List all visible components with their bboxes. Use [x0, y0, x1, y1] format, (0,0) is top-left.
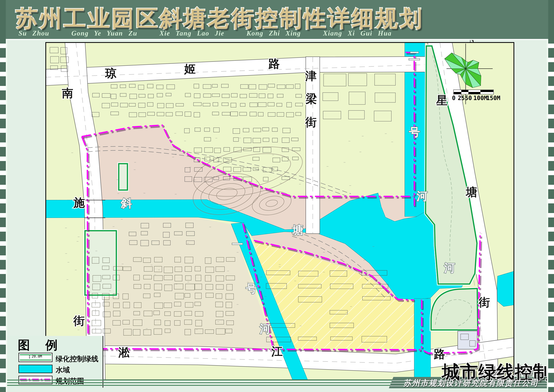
border-gap-left [6, 40, 7, 392]
filmstrip-gap [548, 185, 554, 189]
company-name: 苏州市规划设计研究院有限责任公司 [395, 378, 547, 388]
plan-title-pinyin: Su Zhou Gong Ye Yuan Zu Xie Tang Lao Jie… [19, 29, 392, 37]
filmstrip-gap [548, 86, 554, 91]
filmstrip-gap [0, 227, 6, 232]
svg-text:河: 河 [444, 262, 455, 274]
filmstrip-gap [0, 383, 6, 387]
filmstrip-gap [0, 114, 6, 119]
svg-text:河: 河 [259, 322, 271, 335]
svg-text:梁: 梁 [306, 92, 317, 105]
svg-text:淞: 淞 [118, 346, 130, 359]
svg-text:街: 街 [305, 116, 317, 128]
filmstrip-gap [0, 171, 6, 175]
svg-text:江: 江 [271, 345, 283, 358]
filmstrip-gap [0, 270, 6, 274]
filmstrip-gap [0, 142, 6, 147]
svg-text:街: 街 [73, 314, 85, 327]
filmstrip-gap [548, 171, 554, 175]
filmstrip-gap [0, 86, 6, 91]
legend-swatch-green-line: ↕ 20.0M [19, 353, 53, 362]
page: { "header": { "title": "苏州工业园区斜塘老街控制性详细规… [0, 0, 554, 392]
filmstrip-gap [0, 368, 6, 373]
svg-text:二: 二 [409, 50, 420, 62]
svg-text:号: 号 [246, 282, 257, 295]
filmstrip-gap [0, 326, 6, 330]
legend-panel: 图 例 ↕ 20.0M 绿化控制绿线 水域 规划范围 [7, 336, 103, 388]
map-canvas: N02550100M150M琼姬路南施街津梁街星塘街淞江路斜塘二号河一号河河 [0, 0, 554, 392]
filmstrip-gap [548, 199, 554, 203]
filmstrip-gap [548, 43, 554, 48]
filmstrip-gap [0, 255, 6, 260]
svg-text:路: 路 [268, 57, 280, 70]
filmstrip-gap [0, 284, 6, 288]
filmstrip-gap [548, 312, 554, 316]
filmstrip-gap [548, 284, 554, 288]
filmstrip-gap [0, 43, 6, 48]
filmstrip-gap [0, 298, 6, 302]
dimension-arrow-icon: ↕ [28, 354, 31, 359]
filmstrip-gap [548, 114, 554, 119]
scale-tick: 50 [465, 95, 472, 101]
filmstrip-gap [548, 255, 554, 260]
legend-swatch-water [19, 365, 53, 373]
filmstrip-gap [548, 241, 554, 246]
filmstrip-border-right [548, 0, 554, 392]
filmstrip-gap [548, 128, 554, 133]
header-banner: 苏州工业园区斜塘老街控制性详细规划 Su Zhou Gong Ye Yuan Z… [0, 0, 554, 39]
filmstrip-gap [548, 354, 554, 359]
svg-text:河: 河 [416, 190, 428, 202]
filmstrip-gap [0, 199, 6, 203]
legend-label-boundary: 规划范围 [56, 376, 84, 386]
label-river-char: 河 [444, 262, 455, 274]
filmstrip-gap [548, 227, 554, 232]
legend-label-water: 水域 [56, 365, 70, 375]
svg-text:津: 津 [305, 70, 317, 82]
filmstrip-gap [0, 241, 6, 246]
filmstrip-gap [548, 368, 554, 373]
legend-dimension: 20.0M [32, 354, 42, 358]
map-content [46, 42, 514, 380]
filmstrip-gap [548, 157, 554, 161]
svg-text:斜: 斜 [120, 197, 132, 209]
filmstrip-gap [548, 100, 554, 105]
filmstrip-gap [0, 213, 6, 217]
scale-tick: 0 [452, 95, 456, 101]
green-line-icon [20, 360, 51, 360]
filmstrip-gap [0, 185, 6, 189]
svg-text:琼: 琼 [105, 67, 117, 80]
svg-text:星: 星 [436, 94, 448, 107]
boundary-line-icon [19, 376, 51, 383]
svg-text:姬: 姬 [184, 63, 196, 75]
svg-text:塘: 塘 [465, 186, 477, 198]
scale-tick: 100M [473, 95, 487, 101]
filmstrip-gap [0, 312, 6, 316]
filmstrip-border-left [0, 0, 6, 392]
plan-title: 苏州工业园区斜塘老街控制性详细规划 [16, 4, 464, 34]
filmstrip-gap [548, 58, 554, 62]
label-jinliang-street: 津梁街 [305, 70, 317, 128]
filmstrip-gap [0, 128, 6, 133]
svg-text:号: 号 [409, 126, 420, 138]
svg-text:路: 路 [434, 348, 445, 360]
filmstrip-gap [548, 72, 554, 76]
scale-tick: 150M [486, 95, 500, 101]
filmstrip-gap [0, 157, 6, 161]
scale-bar: 02550100M150M [452, 90, 500, 101]
filmstrip-gap [548, 298, 554, 302]
filmstrip-gap [548, 340, 554, 345]
filmstrip-gap [0, 340, 6, 345]
border-gap-right [547, 40, 548, 392]
svg-text:塘: 塘 [292, 224, 303, 236]
svg-text:街: 街 [478, 296, 490, 308]
svg-text:南: 南 [62, 87, 73, 99]
filmstrip-gap [0, 72, 6, 76]
filmstrip-gap [548, 213, 554, 217]
svg-text:一: 一 [232, 238, 243, 251]
scale-tick: 25 [458, 95, 465, 101]
svg-text:施: 施 [73, 196, 85, 209]
filmstrip-gap [548, 142, 554, 147]
header-divider [0, 39, 554, 40]
filmstrip-gap [548, 383, 554, 387]
legend-swatch-boundary [19, 376, 53, 384]
filmstrip-gap [0, 354, 6, 359]
